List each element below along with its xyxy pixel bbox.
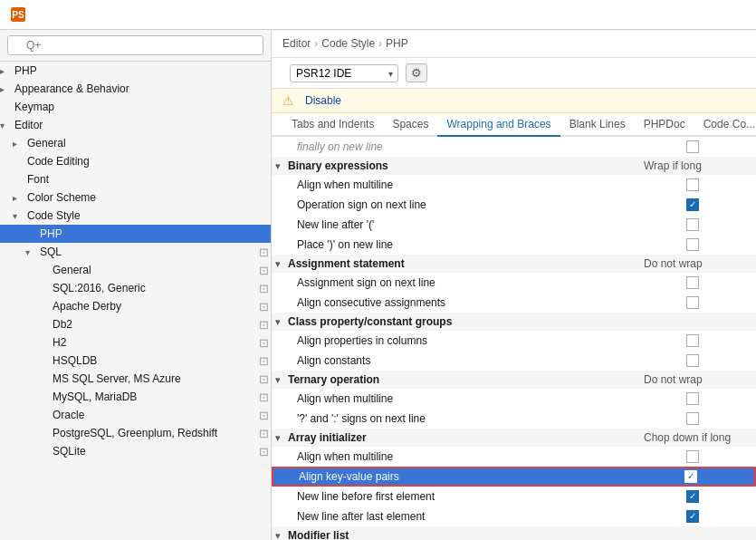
checkbox-ternary-1[interactable] xyxy=(686,412,699,425)
page-icon-hsqldb xyxy=(256,353,271,368)
sidebar-item-apache-derby[interactable]: Apache Derby xyxy=(0,297,271,315)
sidebar-item-code-style[interactable]: Code Style xyxy=(0,207,271,225)
page-icon-db2 xyxy=(256,317,271,332)
sidebar-label-sql-general: General xyxy=(51,263,256,277)
checkbox-array-3[interactable] xyxy=(686,510,699,523)
sidebar-item-postgresql[interactable]: PostgreSQL, Greenplum, Redshift xyxy=(0,424,271,442)
section-toggle-binary[interactable] xyxy=(275,160,288,172)
checkbox-array-1[interactable] xyxy=(684,470,697,483)
row-class-property-1: Align constants xyxy=(272,351,756,371)
checkbox-class-property-0[interactable] xyxy=(686,334,699,347)
tab-wrapping-and-braces[interactable]: Wrapping and Braces xyxy=(437,113,560,137)
tab-phpdoc[interactable]: PHPDoc xyxy=(635,113,694,137)
search-input[interactable] xyxy=(7,35,263,55)
cb-finally[interactable] xyxy=(686,140,699,153)
sidebar-label-sql: SQL xyxy=(38,245,256,259)
section-header-binary: Binary expressions Wrap if long xyxy=(272,157,756,175)
content-area: Editor › Code Style › PHP PSR12 IDE ⚙ ⚠ … xyxy=(272,30,756,540)
sidebar-item-hsqldb[interactable]: HSQLDB xyxy=(0,352,271,370)
tab-spaces[interactable]: Spaces xyxy=(383,113,437,137)
search-box xyxy=(0,30,271,62)
sidebar-item-php-selected[interactable]: PHP xyxy=(0,225,271,243)
tree-arrow-sql xyxy=(25,247,38,257)
sidebar-item-ms-sql[interactable]: MS SQL Server, MS Azure xyxy=(0,370,271,388)
section-name-ternary: Ternary operation xyxy=(288,373,644,386)
page-icon-sql-2016 xyxy=(256,281,271,295)
checkbox-assignment-0[interactable] xyxy=(686,276,699,289)
checkbox-binary-1[interactable] xyxy=(686,198,699,211)
sidebar-label-keymap: Keymap xyxy=(13,100,271,114)
sidebar-item-code-editing[interactable]: Code Editing xyxy=(0,152,271,170)
sidebar-item-db2[interactable]: Db2 xyxy=(0,315,271,333)
sidebar-item-sql-2016[interactable]: SQL:2016, Generic xyxy=(0,279,271,297)
row-label-assignment-1: Align consecutive assignments xyxy=(272,296,647,309)
section-toggle-modifier[interactable] xyxy=(275,530,288,541)
checkbox-ternary-0[interactable] xyxy=(686,392,699,405)
checkbox-class-property-1[interactable] xyxy=(686,354,699,367)
row-label-array-3: New line after last element xyxy=(272,510,647,523)
row-label-binary-1: Operation sign on next line xyxy=(272,198,647,211)
checkbox-assignment-1[interactable] xyxy=(686,296,699,309)
page-icon-h2 xyxy=(256,335,271,350)
breadcrumb-editor: Editor xyxy=(282,37,311,50)
checkbox-binary-2[interactable] xyxy=(686,218,699,231)
section-header-class-property: Class property/constant groups xyxy=(272,313,756,331)
page-icon-sql xyxy=(256,245,271,259)
tab-code-co[interactable]: Code Co... xyxy=(694,113,756,137)
row-label-binary-0: Align when multiline xyxy=(272,178,647,191)
row-binary-1: Operation sign on next line xyxy=(272,195,756,215)
sidebar-item-oracle[interactable]: Oracle xyxy=(0,406,271,424)
row-label-binary-2: New line after '(' xyxy=(272,218,647,231)
title-bar: PS xyxy=(0,0,756,30)
row-label-array-0: Align when multiline xyxy=(272,450,647,463)
row-binary-2: New line after '(' xyxy=(272,215,756,235)
tab-tabs-and-indents[interactable]: Tabs and Indents xyxy=(282,113,383,137)
page-icon-apache-derby xyxy=(256,299,271,313)
sidebar-label-code-editing: Code Editing xyxy=(25,154,271,169)
row-label-assignment-0: Assignment sign on next line xyxy=(272,276,647,289)
section-name-assignment: Assignment statement xyxy=(288,257,644,270)
section-right-label-assignment: Do not wrap xyxy=(644,257,752,270)
sidebar-item-keymap[interactable]: Keymap xyxy=(0,98,271,116)
checkbox-array-0[interactable] xyxy=(686,450,699,463)
checkbox-binary-3[interactable] xyxy=(686,238,699,251)
sidebar-label-apache-derby: Apache Derby xyxy=(51,299,256,313)
sidebar-label-sqlite: SQLite xyxy=(51,444,256,458)
sidebar-item-h2[interactable]: H2 xyxy=(0,333,271,352)
sidebar-item-mysql[interactable]: MySQL, MariaDB xyxy=(0,388,271,406)
sidebar-label-color-scheme: Color Scheme xyxy=(25,190,271,205)
sidebar-label-editor: Editor xyxy=(13,118,271,132)
row-label-ternary-1: '?' and ':' signs on next line xyxy=(272,412,647,425)
checkbox-binary-0[interactable] xyxy=(686,178,699,191)
section-toggle-ternary[interactable] xyxy=(275,374,288,386)
section-toggle-class-property[interactable] xyxy=(275,316,288,328)
section-toggle-assignment[interactable] xyxy=(275,258,288,270)
tabs-row: Tabs and IndentsSpacesWrapping and Brace… xyxy=(272,113,756,137)
page-icon-ms-sql xyxy=(256,371,271,386)
sidebar-item-sql-general[interactable]: General xyxy=(0,261,271,279)
section-name-array: Array initializer xyxy=(288,431,644,444)
tab-blank-lines[interactable]: Blank Lines xyxy=(560,113,635,137)
checkbox-array-2[interactable] xyxy=(686,490,699,503)
disable-link[interactable]: Disable xyxy=(305,94,341,107)
row-array-1[interactable]: Align key-value pairs xyxy=(272,467,756,487)
sidebar-item-appearance[interactable]: Appearance & Behavior xyxy=(0,80,271,98)
sidebar-item-editor[interactable]: Editor xyxy=(0,116,271,134)
section-right-label-array: Chop down if long xyxy=(644,431,752,444)
sidebar-item-color-scheme[interactable]: Color Scheme xyxy=(0,188,271,207)
sidebar-label-mysql: MySQL, MariaDB xyxy=(51,390,256,404)
gear-button[interactable]: ⚙ xyxy=(406,63,427,82)
sidebar-label-postgresql: PostgreSQL, Greenplum, Redshift xyxy=(51,426,256,440)
row-array-3: New line after last element xyxy=(272,506,756,526)
breadcrumb-php: PHP xyxy=(386,37,408,50)
scheme-select[interactable]: PSR12 IDE xyxy=(290,64,398,82)
sidebar-label-sql-2016: SQL:2016, Generic xyxy=(51,281,256,295)
sidebar-item-php[interactable]: PHP xyxy=(0,62,271,80)
page-icon-oracle xyxy=(256,408,271,422)
sidebar-item-sqlite[interactable]: SQLite xyxy=(0,442,271,460)
sidebar-item-sql[interactable]: SQL xyxy=(0,243,271,261)
sidebar-label-appearance: Appearance & Behavior xyxy=(13,82,271,96)
sidebar-item-font[interactable]: Font xyxy=(0,170,271,188)
sidebar-item-general[interactable]: General xyxy=(0,134,271,152)
section-toggle-array[interactable] xyxy=(275,432,288,444)
